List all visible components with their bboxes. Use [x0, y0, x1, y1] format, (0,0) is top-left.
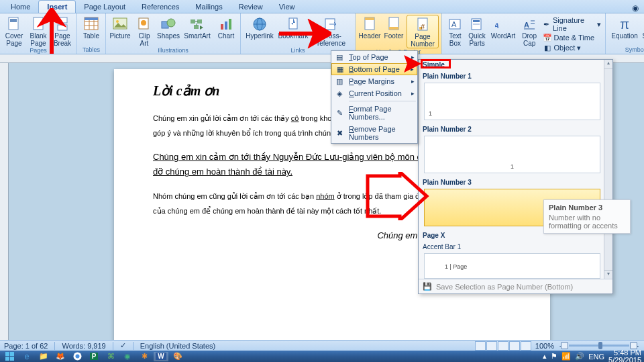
page-number-label: PageNumber	[411, 34, 435, 48]
header-icon	[362, 16, 378, 32]
hyperlink-icon	[252, 16, 268, 32]
tray-network-icon[interactable]: 📶	[561, 352, 571, 361]
taskbar-firefox[interactable]: 🦊	[53, 352, 68, 361]
wordart-label: WordArt	[491, 33, 516, 40]
tab-references[interactable]: References	[133, 1, 187, 13]
gallery-item-plain-1[interactable]: 1	[424, 83, 600, 120]
dropcap-button[interactable]: ADropCap	[519, 15, 540, 47]
wordart-button[interactable]: AWordArt	[488, 15, 517, 40]
menu-page-margins[interactable]: ▥Page Margins▸	[331, 75, 417, 87]
wordart-icon: A	[495, 16, 511, 32]
svg-point-12	[116, 20, 119, 23]
start-button[interactable]	[3, 352, 17, 361]
quickparts-button[interactable]: QuickParts	[467, 15, 488, 47]
picture-button[interactable]: Picture	[109, 15, 131, 40]
cover-page-button[interactable]: CoverPage	[3, 15, 25, 47]
tab-insert[interactable]: Insert	[38, 0, 76, 13]
tray-clock[interactable]: 5:48 PM5/29/2015	[608, 349, 641, 363]
tab-review[interactable]: Review	[231, 1, 271, 13]
footer-button[interactable]: Footer	[382, 15, 405, 40]
format-icon: ✎	[335, 108, 344, 118]
tab-mailings[interactable]: Mailings	[187, 1, 230, 13]
gallery-scrollbar[interactable]: ▴▾	[604, 60, 612, 279]
gallery-heading-simple: Simple	[419, 60, 612, 70]
view-buttons[interactable]	[475, 341, 531, 351]
tray-up-icon[interactable]: ▴	[543, 352, 547, 361]
vertical-ruler[interactable]	[0, 63, 9, 340]
svg-rect-1	[10, 19, 17, 22]
tray-language[interactable]: ENG	[588, 353, 604, 361]
clipart-button[interactable]: ClipArt	[133, 15, 156, 47]
taskbar-app1[interactable]: ◉	[120, 352, 135, 361]
menu-remove-page-numbers[interactable]: ✖Remove Page Numbers	[331, 123, 417, 143]
menu-bottom-of-page[interactable]: ▦Bottom of Page▸	[331, 63, 417, 75]
chart-label: Chart	[218, 33, 234, 40]
gallery-tooltip: Plain Number 3 Number with no formatting…	[543, 199, 631, 234]
equation-button[interactable]: πEquation	[608, 15, 641, 40]
tab-view[interactable]: View	[271, 1, 303, 13]
table-label: Table	[83, 33, 99, 40]
gallery-section-p3: Plain Number 3	[419, 176, 612, 187]
remove-icon: ✖	[335, 128, 344, 138]
taskbar-ie[interactable]: e	[19, 352, 34, 361]
top-page-icon: ▤	[335, 52, 344, 62]
help-icon[interactable]: ◉	[632, 3, 639, 13]
menu-format-page-numbers[interactable]: ✎Format Page Numbers...	[331, 103, 417, 123]
status-words[interactable]: Words: 9,919	[62, 342, 105, 350]
bookmark-label: Bookmark	[278, 33, 308, 40]
taskbar-explorer[interactable]: 📁	[36, 352, 51, 361]
object-icon: ◧	[543, 43, 552, 52]
hyperlink-label: Hyperlink	[246, 33, 274, 40]
svg-rect-46	[10, 352, 14, 356]
gallery-item-plain-2[interactable]: 1	[424, 136, 600, 173]
svg-text:A: A	[451, 20, 457, 28]
group-tables-label: Tables	[80, 46, 103, 54]
status-spellcheck[interactable]: ✓	[120, 341, 126, 350]
datetime-button[interactable]: 📅Date & Time	[543, 33, 602, 42]
hyperlink-button[interactable]: Hyperlink	[244, 15, 276, 40]
gallery-item-accent-1[interactable]: 1 | Page	[424, 253, 600, 279]
tab-home[interactable]: Home	[3, 1, 38, 13]
svg-point-16	[167, 19, 175, 27]
taskbar-project[interactable]: P	[87, 352, 101, 361]
group-pages-label: Pages	[3, 47, 74, 54]
taskbar-chrome[interactable]	[70, 352, 85, 361]
tab-page-layout[interactable]: Page Layout	[76, 1, 133, 13]
status-language[interactable]: English (United States)	[140, 342, 216, 350]
group-text: ATextBox QuickParts AWordArt ADropCap ✒S…	[442, 13, 606, 54]
system-tray[interactable]: ▴ ⚑ 📶 🔊 ENG 5:48 PM5/29/2015	[543, 349, 641, 363]
dropcap-icon: A	[521, 16, 537, 32]
chart-button[interactable]: Chart	[215, 15, 237, 40]
signature-icon: ✒	[543, 19, 551, 29]
tray-flag-icon[interactable]: ⚑	[551, 352, 557, 361]
taskbar-word[interactable]: W	[154, 352, 168, 361]
tray-volume-icon[interactable]: 🔊	[575, 352, 584, 361]
signature-line-button[interactable]: ✒Signature Line ▾	[543, 16, 602, 32]
taskbar-paint[interactable]: 🎨	[170, 352, 185, 361]
tooltip-title: Plain Number 3	[549, 203, 625, 212]
bookmark-button[interactable]: Bookmark	[277, 15, 309, 40]
zoom-slider[interactable]	[569, 345, 629, 347]
status-page[interactable]: Page: 1 of 62	[4, 342, 48, 350]
menu-current-position[interactable]: ◈Current Position▸	[331, 87, 417, 99]
object-button[interactable]: ◧Object ▾	[543, 43, 602, 52]
page-number-menu: ▤TTop of Pageop of Page▸ ▦Bottom of Page…	[331, 50, 418, 144]
svg-rect-22	[229, 19, 231, 30]
page-break-button[interactable]: PageBreak	[51, 15, 74, 47]
blank-page-button[interactable]: BlankPage	[27, 15, 50, 47]
page-number-button[interactable]: #PageNumber	[407, 15, 439, 48]
shapes-button[interactable]: Shapes	[157, 15, 180, 40]
menu-top-of-page[interactable]: ▤TTop of Pageop of Page▸	[331, 51, 417, 63]
svg-text:A: A	[524, 21, 529, 29]
textbox-icon: A	[447, 16, 463, 32]
taskbar-coccoc[interactable]: ⌘	[103, 352, 118, 361]
table-button[interactable]: Table	[80, 15, 103, 40]
group-pages: CoverPage BlankPage PageBreak Pages	[0, 13, 77, 54]
crossref-button[interactable]: Cross-reference	[311, 15, 352, 47]
smartart-button[interactable]: SmartArt	[181, 15, 213, 40]
menu-separator	[349, 101, 416, 101]
taskbar-app2[interactable]: ✱	[137, 352, 152, 361]
textbox-button[interactable]: ATextBox	[445, 15, 466, 47]
svg-rect-45	[5, 352, 9, 356]
header-button[interactable]: Header	[358, 15, 381, 40]
